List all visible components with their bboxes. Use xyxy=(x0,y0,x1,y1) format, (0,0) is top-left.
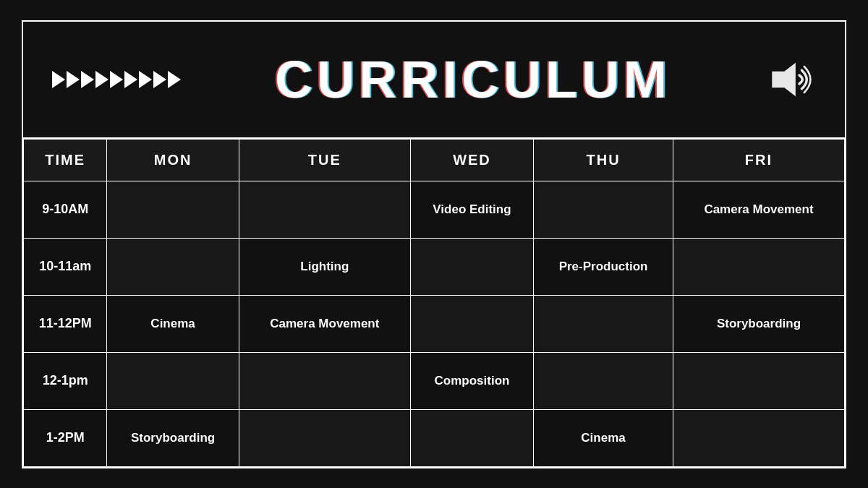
table-row: 11-12PM Cinema Camera Movement Storyboar… xyxy=(24,295,845,352)
svg-marker-0 xyxy=(772,62,796,95)
mon-cell xyxy=(107,238,239,295)
arrow-9 xyxy=(168,71,181,88)
time-cell: 1-2PM xyxy=(24,409,107,466)
table-row: 9-10AM Video Editing Camera Movement xyxy=(24,181,845,238)
wed-cell xyxy=(410,295,533,352)
arrow-6 xyxy=(124,71,137,88)
arrow-4 xyxy=(95,71,109,88)
fri-cell: Camera Movement xyxy=(673,181,844,238)
arrow-5 xyxy=(110,71,123,88)
fri-cell: Storyboarding xyxy=(673,295,844,352)
time-cell: 11-12PM xyxy=(24,295,107,352)
schedule-table: TIME MON TUE WED THU FRI 9-10AM Video Ed… xyxy=(23,139,845,467)
thu-cell: Cinema xyxy=(534,409,673,466)
table-row: 12-1pm Composition xyxy=(24,352,845,409)
fri-cell xyxy=(673,409,844,466)
wed-cell: Video Editing xyxy=(410,181,533,238)
table-row: 1-2PM Storyboarding Cinema xyxy=(24,409,845,466)
thu-cell xyxy=(534,295,673,352)
col-header-mon: MON xyxy=(107,139,239,181)
header: CURRICULUM xyxy=(23,22,845,137)
mon-cell: Storyboarding xyxy=(107,409,239,466)
arrow-3 xyxy=(81,71,94,88)
time-cell: 10-11am xyxy=(24,238,107,295)
table-section: TIME MON TUE WED THU FRI 9-10AM Video Ed… xyxy=(23,137,845,467)
tue-cell: Camera Movement xyxy=(239,295,410,352)
thu-cell xyxy=(534,181,673,238)
tue-cell xyxy=(239,409,410,466)
thu-cell xyxy=(534,352,673,409)
mon-cell: Cinema xyxy=(107,295,239,352)
mon-cell xyxy=(107,352,239,409)
col-header-wed: WED xyxy=(410,139,533,181)
page-title: CURRICULUM xyxy=(275,50,671,109)
table-row: 10-11am Lighting Pre-Production xyxy=(24,238,845,295)
mon-cell xyxy=(107,181,239,238)
fri-cell xyxy=(673,352,844,409)
wed-cell: Composition xyxy=(410,352,533,409)
time-cell: 9-10AM xyxy=(24,181,107,238)
arrow-8 xyxy=(153,71,166,88)
wed-cell xyxy=(410,409,533,466)
play-arrows xyxy=(52,71,181,88)
time-cell: 12-1pm xyxy=(24,352,107,409)
title-wrap: CURRICULUM xyxy=(275,50,671,109)
tue-cell xyxy=(239,352,410,409)
col-header-time: TIME xyxy=(24,139,107,181)
wed-cell xyxy=(410,238,533,295)
fri-cell xyxy=(673,238,844,295)
arrow-2 xyxy=(67,71,80,88)
tue-cell xyxy=(239,181,410,238)
sound-icon[interactable] xyxy=(765,58,816,101)
arrow-7 xyxy=(139,71,152,88)
col-header-tue: TUE xyxy=(239,139,410,181)
thu-cell: Pre-Production xyxy=(534,238,673,295)
tue-cell: Lighting xyxy=(239,238,410,295)
col-header-thu: THU xyxy=(534,139,673,181)
col-header-fri: FRI xyxy=(673,139,844,181)
arrow-1 xyxy=(52,71,65,88)
table-header-row: TIME MON TUE WED THU FRI xyxy=(24,139,845,181)
main-container: CURRICULUM TIME MON TUE WED T xyxy=(22,20,846,468)
